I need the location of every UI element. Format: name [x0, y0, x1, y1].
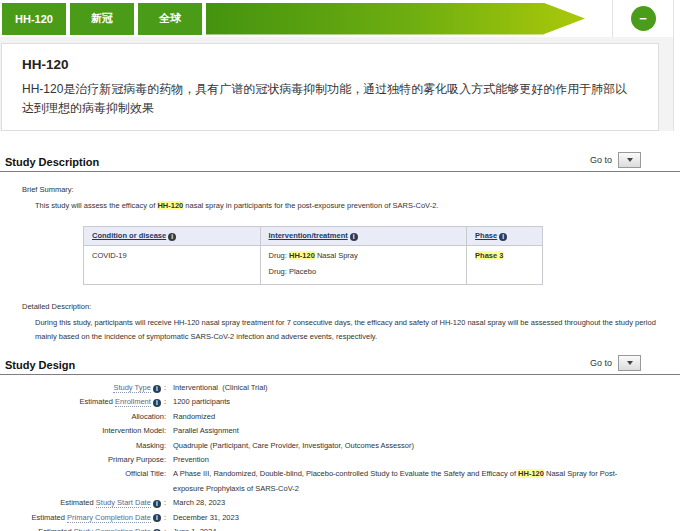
condition-table: Condition or diseasei Intervention/treat…: [83, 226, 543, 286]
header-condition: Condition or diseasei: [84, 226, 261, 246]
drug1-post: Nasal Spray: [315, 251, 358, 260]
goto-dropdown-description[interactable]: [618, 152, 641, 168]
label-colon: :: [162, 397, 166, 406]
goto-label: Go to: [590, 358, 612, 368]
field-row-study-completion-date: Estimated Study Completion Datei : June …: [0, 525, 680, 531]
info-icon[interactable]: i: [350, 233, 358, 241]
intro-description: HH-120是治疗新冠病毒的药物，具有广谱的冠状病毒抑制功能，通过独特的雾化吸入…: [22, 80, 638, 118]
cell-condition: COVID-19: [84, 246, 261, 285]
header-intervention: Intervention/treatmenti: [260, 226, 467, 246]
label-prefix: Estimated: [60, 498, 95, 507]
goto-control-description: Go to: [590, 152, 641, 168]
section-title-study-design: Study Design: [5, 359, 75, 371]
header-widget: HH-120 新冠 全球 − HH-120 HH-120是治疗新冠病毒的药物，具…: [0, 0, 674, 131]
enrollment-link[interactable]: Enrollment: [115, 397, 151, 407]
study-completion-date-link[interactable]: Study Completion Date: [74, 527, 151, 531]
table-row: COVID-19 Drug: HH-120 Nasal Spray Drug: …: [84, 246, 543, 285]
brief-summary-highlight: HH-120: [157, 201, 183, 210]
chevron-down-icon: [627, 361, 633, 365]
field-label: Intervention Model:: [0, 424, 166, 438]
cell-phase: Phase 3: [467, 246, 543, 285]
field-label: Estimated Study Start Datei :: [0, 496, 166, 510]
field-label: Masking:: [0, 439, 166, 453]
banner-bar: HH-120 新冠 全球 −: [0, 0, 673, 37]
label-prefix: Estimated: [32, 513, 67, 522]
banner-tag-quanqiu[interactable]: 全球: [138, 3, 202, 35]
cell-intervention: Drug: HH-120 Nasal Spray Drug: Placebo: [260, 246, 467, 285]
drug1-pre: Drug:: [269, 251, 289, 260]
field-value: March 28, 2023: [173, 496, 680, 510]
minus-icon: −: [639, 11, 647, 26]
brief-summary-post: nasal spray in participants for the post…: [183, 201, 438, 210]
field-label: Primary Purpose:: [0, 453, 166, 467]
header-intervention-label: Intervention/treatment: [269, 231, 348, 240]
brief-summary-pre: This study will assess the efficacy of: [35, 201, 157, 210]
official-title-pre: A Phase III, Randomized, Double-blind, P…: [173, 469, 518, 478]
field-label: Estimated Study Completion Datei :: [0, 525, 166, 531]
study-design-header: Study Design Go to: [0, 355, 680, 371]
brief-summary-text: This study will assess the efficacy of H…: [35, 199, 675, 213]
section-divider: [0, 374, 680, 375]
info-icon[interactable]: i: [499, 233, 507, 241]
header-phase-label: Phase: [475, 231, 497, 240]
intro-title: HH-120: [22, 57, 638, 72]
field-value: June 1, 2024: [173, 525, 680, 531]
field-value: Randomized: [173, 410, 680, 424]
phase-badge: Phase 3: [475, 251, 503, 260]
info-icon[interactable]: i: [168, 233, 176, 241]
goto-label: Go to: [590, 155, 612, 165]
field-label: Study Typei :: [0, 381, 166, 395]
study-type-link[interactable]: Study Type: [113, 383, 150, 393]
detailed-description-label: Detailed Description:: [22, 302, 680, 311]
field-row-primary-completion-date: Estimated Primary Completion Datei : Dec…: [0, 511, 680, 525]
header-phase: Phasei: [467, 226, 543, 246]
field-value: A Phase III, Randomized, Double-blind, P…: [173, 467, 631, 496]
study-start-date-link[interactable]: Study Start Date: [96, 498, 151, 508]
banner-right-cell: −: [612, 0, 673, 37]
header-condition-label: Condition or disease: [92, 231, 166, 240]
banner-tag-xinguan[interactable]: 新冠: [70, 3, 134, 35]
study-description-header: Study Description Go to: [0, 152, 680, 168]
info-icon[interactable]: i: [153, 385, 161, 393]
collapse-button[interactable]: −: [631, 6, 656, 31]
label-prefix: Estimated: [38, 527, 73, 531]
condition-table-header-row: Condition or diseasei Intervention/treat…: [84, 226, 543, 246]
detailed-description-text: During this study, participants will rec…: [35, 316, 675, 343]
field-row-enrollment: Estimated Enrollmenti : 1200 participant…: [0, 395, 680, 409]
info-icon[interactable]: i: [153, 514, 161, 522]
chevron-down-icon: [627, 158, 633, 162]
label-colon: :: [162, 383, 166, 392]
trial-content: Study Description Go to Brief Summary: T…: [0, 152, 680, 531]
field-row-intervention-model: Intervention Model: Parallel Assignment: [0, 424, 680, 438]
field-value: Parallel Assignment: [173, 424, 680, 438]
goto-dropdown-design[interactable]: [618, 355, 641, 371]
brief-summary-label: Brief Summary:: [22, 185, 680, 194]
info-icon[interactable]: i: [153, 500, 161, 508]
drug1-highlight: HH-120: [289, 251, 315, 260]
banner-arrow: [206, 3, 585, 35]
label-colon: :: [162, 498, 166, 507]
field-row-primary-purpose: Primary Purpose: Prevention: [0, 453, 680, 467]
intro-card-wrap: HH-120 HH-120是治疗新冠病毒的药物，具有广谱的冠状病毒抑制功能，通过…: [0, 37, 673, 131]
field-label: Official Title:: [0, 467, 166, 496]
field-value: 1200 participants: [173, 395, 680, 409]
section-title-study-description: Study Description: [5, 156, 99, 168]
info-icon[interactable]: i: [153, 399, 161, 407]
study-design-fields: Study Typei : Interventional (Clinical T…: [0, 381, 680, 531]
drug-line-2: Drug: Placebo: [269, 267, 459, 276]
section-divider: [0, 171, 680, 172]
page: { "banner": { "tags": ["HH-120", "新冠", "…: [0, 0, 680, 531]
field-row-study-type: Study Typei : Interventional (Clinical T…: [0, 381, 680, 395]
primary-completion-date-link[interactable]: Primary Completion Date: [67, 513, 151, 523]
field-value: December 31, 2023: [173, 511, 680, 525]
field-row-masking: Masking: Quadruple (Participant, Care Pr…: [0, 439, 680, 453]
banner-tag-hh120[interactable]: HH-120: [2, 3, 66, 35]
intro-card: HH-120 HH-120是治疗新冠病毒的药物，具有广谱的冠状病毒抑制功能，通过…: [1, 43, 659, 131]
field-value: Quadruple (Participant, Care Provider, I…: [173, 439, 680, 453]
field-label: Estimated Primary Completion Datei :: [0, 511, 166, 525]
field-value: Prevention: [173, 453, 680, 467]
label-prefix: Estimated: [80, 397, 115, 406]
field-row-start-date: Estimated Study Start Datei : March 28, …: [0, 496, 680, 510]
field-row-allocation: Allocation: Randomized: [0, 410, 680, 424]
goto-control-design: Go to: [590, 355, 641, 371]
